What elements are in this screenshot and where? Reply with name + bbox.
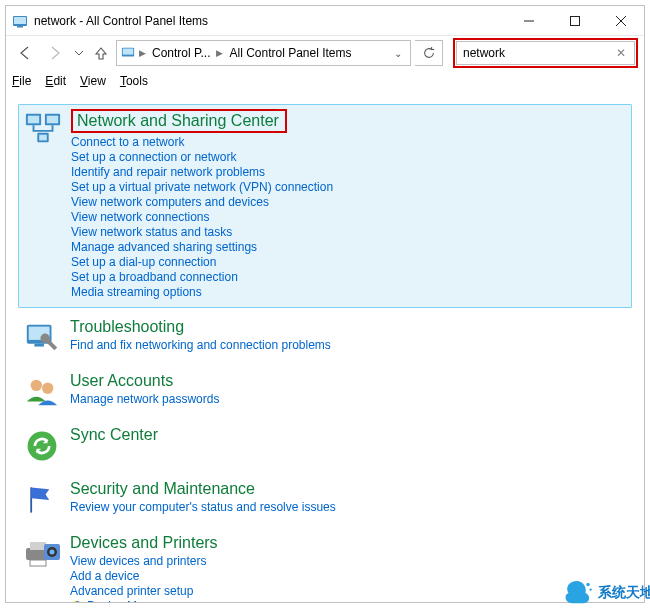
window-title: network - All Control Panel Items <box>34 14 208 28</box>
menu-file[interactable]: File <box>12 74 31 88</box>
svg-rect-14 <box>39 135 47 141</box>
link-review-status[interactable]: Review your computer's status and resolv… <box>70 500 628 514</box>
title-bar: network - All Control Panel Items <box>6 6 644 36</box>
link-media-streaming[interactable]: Media streaming options <box>71 285 627 299</box>
svg-rect-17 <box>34 344 44 347</box>
up-button[interactable] <box>90 39 112 67</box>
clear-search-icon[interactable]: ✕ <box>614 46 628 60</box>
link-connect-to-network[interactable]: Connect to a network <box>71 135 627 149</box>
result-group-troubleshooting[interactable]: Troubleshooting Find and fix networking … <box>22 318 628 358</box>
group-title-troubleshooting[interactable]: Troubleshooting <box>70 318 628 336</box>
menu-edit[interactable]: Edit <box>45 74 66 88</box>
link-setup-connection[interactable]: Set up a connection or network <box>71 150 627 164</box>
svg-rect-8 <box>123 48 134 54</box>
watermark-text: 系统天地 <box>598 584 650 602</box>
search-box[interactable]: ✕ <box>456 41 635 65</box>
forward-button[interactable] <box>42 39 68 67</box>
network-sharing-icon <box>23 109 63 149</box>
link-setup-dialup[interactable]: Set up a dial-up connection <box>71 255 627 269</box>
result-group-sync-center[interactable]: Sync Center <box>22 426 628 466</box>
svg-rect-4 <box>571 16 580 25</box>
back-button[interactable] <box>12 39 38 67</box>
svg-rect-10 <box>28 116 39 124</box>
link-device-manager[interactable]: Device Manager <box>70 599 628 602</box>
link-view-devices-printers[interactable]: View devices and printers <box>70 554 628 568</box>
result-group-devices-printers[interactable]: Devices and Printers View devices and pr… <box>22 534 628 602</box>
menu-tools[interactable]: Tools <box>120 74 148 88</box>
sync-center-icon <box>22 426 62 466</box>
minimize-button[interactable] <box>506 6 552 36</box>
link-view-status-tasks[interactable]: View network status and tasks <box>71 225 627 239</box>
group-title-security-maintenance[interactable]: Security and Maintenance <box>70 480 628 498</box>
link-advanced-sharing[interactable]: Manage advanced sharing settings <box>71 240 627 254</box>
result-group-network-sharing[interactable]: Network and Sharing Center Connect to a … <box>18 104 632 308</box>
svg-point-27 <box>586 583 589 586</box>
address-bar[interactable]: ▶ Control P... ▶ All Control Panel Items… <box>116 40 411 66</box>
link-view-connections[interactable]: View network connections <box>71 210 627 224</box>
svg-rect-1 <box>14 17 26 24</box>
watermark-icon <box>560 576 594 608</box>
control-panel-icon <box>12 13 28 29</box>
watermark: 系统天地 <box>560 576 650 608</box>
group-title-network-sharing[interactable]: Network and Sharing Center <box>71 109 627 133</box>
menu-view[interactable]: View <box>80 74 106 88</box>
address-history-dropdown[interactable]: ⌄ <box>388 48 408 59</box>
group-title-sync-center[interactable]: Sync Center <box>70 426 628 444</box>
link-setup-vpn[interactable]: Set up a virtual private network (VPN) c… <box>71 180 627 194</box>
breadcrumb-chevron[interactable]: ▶ <box>214 48 225 58</box>
link-view-computers-devices[interactable]: View network computers and devices <box>71 195 627 209</box>
control-panel-small-icon <box>121 45 135 62</box>
user-accounts-icon <box>22 372 62 412</box>
search-box-highlight: ✕ <box>453 38 638 68</box>
close-button[interactable] <box>598 6 644 36</box>
svg-rect-23 <box>30 560 46 566</box>
svg-point-18 <box>31 380 42 391</box>
link-add-device[interactable]: Add a device <box>70 569 628 583</box>
menu-bar: File Edit View Tools <box>6 70 644 92</box>
link-identify-repair[interactable]: Identify and repair network problems <box>71 165 627 179</box>
breadcrumb-seg-2[interactable]: All Control Panel Items <box>225 46 355 60</box>
nav-bar: ▶ Control P... ▶ All Control Panel Items… <box>6 36 644 70</box>
svg-rect-12 <box>47 116 58 124</box>
results-panel: Network and Sharing Center Connect to a … <box>6 92 644 602</box>
search-input[interactable] <box>463 46 614 60</box>
svg-point-28 <box>589 588 591 590</box>
breadcrumb-chevron[interactable]: ▶ <box>137 48 148 58</box>
uac-shield-icon <box>70 600 83 603</box>
breadcrumb-seg-1[interactable]: Control P... <box>148 46 214 60</box>
security-flag-icon <box>22 480 62 520</box>
svg-rect-22 <box>30 542 46 550</box>
svg-point-20 <box>28 432 57 461</box>
troubleshooting-icon <box>22 318 62 358</box>
svg-point-19 <box>42 383 53 394</box>
group-title-user-accounts[interactable]: User Accounts <box>70 372 628 390</box>
result-group-user-accounts[interactable]: User Accounts Manage network passwords <box>22 372 628 412</box>
recent-pages-dropdown[interactable] <box>72 49 86 57</box>
group-title-devices-printers[interactable]: Devices and Printers <box>70 534 628 552</box>
link-advanced-printer-setup[interactable]: Advanced printer setup <box>70 584 628 598</box>
devices-printers-icon <box>22 534 62 574</box>
refresh-button[interactable] <box>415 40 443 66</box>
link-manage-network-passwords[interactable]: Manage network passwords <box>70 392 628 406</box>
link-find-fix-problems[interactable]: Find and fix networking and connection p… <box>70 338 628 352</box>
link-setup-broadband[interactable]: Set up a broadband connection <box>71 270 627 284</box>
svg-rect-2 <box>17 26 23 28</box>
svg-point-26 <box>50 550 55 555</box>
result-group-security-maintenance[interactable]: Security and Maintenance Review your com… <box>22 480 628 520</box>
maximize-button[interactable] <box>552 6 598 36</box>
